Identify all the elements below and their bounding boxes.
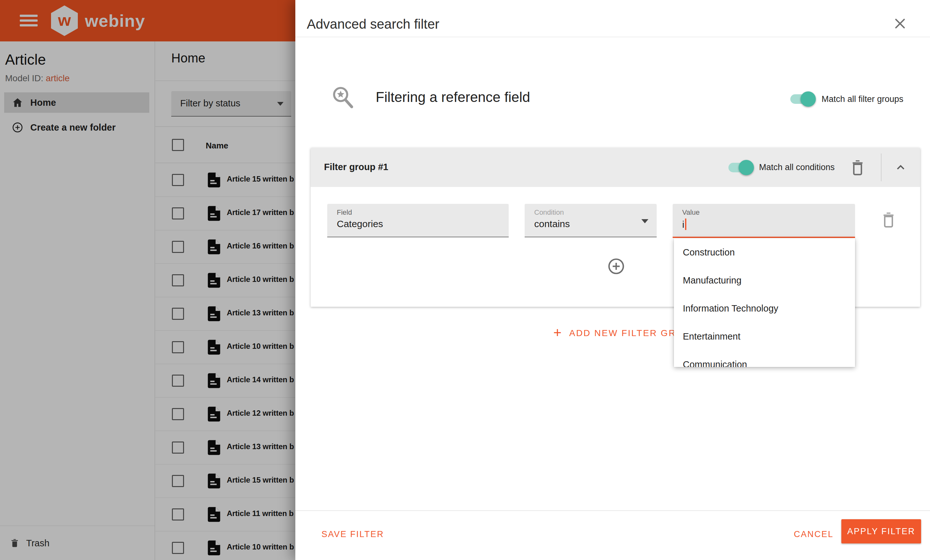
dropdown-option[interactable]: Manufacturing xyxy=(674,266,855,295)
modal-title: Advanced search filter xyxy=(307,17,439,32)
field-value: Categories xyxy=(337,218,383,229)
apply-filter-button[interactable]: APPLY FILTER xyxy=(841,519,921,543)
dropdown-option[interactable]: Communication xyxy=(674,350,855,367)
value-options-dropdown: ConstructionManufacturingInformation Tec… xyxy=(674,238,855,367)
match-all-conditions-toggle[interactable] xyxy=(728,163,753,172)
field-label: Field xyxy=(337,208,352,216)
dropdown-option[interactable]: Construction xyxy=(674,238,855,266)
filter-name-heading: Filtering a reference field xyxy=(376,89,530,105)
delete-condition-trash-icon[interactable] xyxy=(882,212,896,228)
filter-group-title: Filter group #1 xyxy=(324,162,388,172)
value-label: Value xyxy=(682,208,700,216)
value-input[interactable]: Value i xyxy=(673,204,855,238)
condition-select[interactable]: Condition contains xyxy=(525,204,657,237)
filter-group-header: Filter group #1 Match all conditions xyxy=(311,148,920,187)
condition-value: contains xyxy=(534,218,570,229)
close-icon[interactable] xyxy=(892,16,908,31)
search-star-icon xyxy=(331,85,355,110)
match-all-filter-groups-label: Match all filter groups xyxy=(822,94,904,104)
field-select[interactable]: Field Categories xyxy=(327,204,509,237)
plus-icon: + xyxy=(553,325,562,339)
delete-group-trash-icon[interactable] xyxy=(851,159,865,176)
value-text: i xyxy=(682,218,686,230)
text-cursor xyxy=(685,218,686,230)
match-all-conditions-label: Match all conditions xyxy=(759,163,835,172)
dropdown-option[interactable]: Information Technology xyxy=(674,295,855,322)
condition-label: Condition xyxy=(534,208,564,216)
save-filter-button[interactable]: SAVE FILTER xyxy=(322,529,384,539)
divider xyxy=(295,37,930,37)
advanced-search-filter-modal: Advanced search filter Filtering a refer… xyxy=(295,0,930,560)
dropdown-arrow-icon xyxy=(641,219,648,223)
divider xyxy=(881,153,882,181)
cancel-button[interactable]: CANCEL xyxy=(794,529,834,539)
screen: w webiny Article Model ID: article Home … xyxy=(0,0,930,560)
match-all-filter-groups-toggle[interactable] xyxy=(790,94,815,104)
chevron-up-icon[interactable] xyxy=(894,161,908,175)
add-condition-button[interactable] xyxy=(607,258,625,275)
modal-footer: SAVE FILTER CANCEL APPLY FILTER xyxy=(295,510,930,560)
dropdown-option[interactable]: Entertainment xyxy=(674,322,855,350)
